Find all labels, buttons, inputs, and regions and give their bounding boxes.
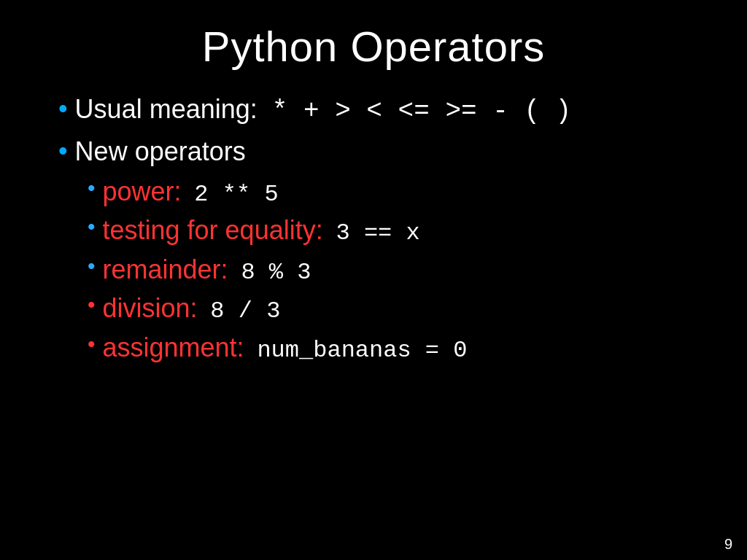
- sub-bullet-testing: • testing for equality: 3 == x: [58, 214, 711, 249]
- label-division: division:: [103, 293, 198, 323]
- sub-dot-remainder: •: [88, 253, 96, 279]
- bullet-text-new-operators: New operators: [75, 135, 246, 169]
- label-power: power:: [103, 176, 182, 206]
- bullet-usual-meaning: • Usual meaning: * + > < <= >= - ( ): [58, 93, 711, 129]
- sub-text-power: power: 2 ** 5: [103, 175, 279, 210]
- page-number: 9: [724, 536, 732, 553]
- code-division: 8 / 3: [210, 298, 280, 324]
- bullet-dot-1: •: [58, 93, 68, 124]
- sub-text-remainder: remainder: 8 % 3: [103, 253, 311, 288]
- bullet-text-usual-meaning: Usual meaning: * + > < <= >= - ( ): [75, 93, 572, 129]
- content-area: • Usual meaning: * + > < <= >= - ( ) • N…: [36, 93, 711, 545]
- sub-bullet-power: • power: 2 ** 5: [58, 175, 711, 210]
- sub-dot-power: •: [88, 175, 96, 201]
- sub-text-testing: testing for equality: 3 == x: [103, 214, 420, 249]
- label-assignment: assignment:: [103, 332, 244, 362]
- bullet-new-operators: • New operators: [58, 135, 711, 169]
- label-testing: testing for equality:: [103, 215, 323, 245]
- code-remainder: 8 % 3: [241, 259, 311, 286]
- slide-title: Python Operators: [36, 22, 711, 71]
- sub-dot-testing: •: [88, 214, 96, 240]
- usual-meaning-code: * + > < <= >= - ( ): [272, 96, 571, 126]
- code-testing: 3 == x: [336, 219, 419, 246]
- code-assignment: num_bananas = 0: [257, 337, 467, 364]
- sub-dot-division: •: [88, 292, 96, 318]
- label-remainder: remainder:: [103, 254, 228, 284]
- bullet-dot-2: •: [58, 135, 68, 166]
- slide: Python Operators • Usual meaning: * + > …: [0, 0, 747, 560]
- sub-text-division: division: 8 / 3: [103, 292, 281, 327]
- code-power: 2 ** 5: [194, 181, 278, 208]
- sub-bullet-division: • division: 8 / 3: [58, 292, 711, 327]
- sub-dot-assignment: •: [88, 331, 96, 357]
- sub-text-assignment: assignment: num_bananas = 0: [103, 331, 468, 366]
- sub-bullet-assignment: • assignment: num_bananas = 0: [58, 331, 711, 366]
- sub-bullet-remainder: • remainder: 8 % 3: [58, 253, 711, 288]
